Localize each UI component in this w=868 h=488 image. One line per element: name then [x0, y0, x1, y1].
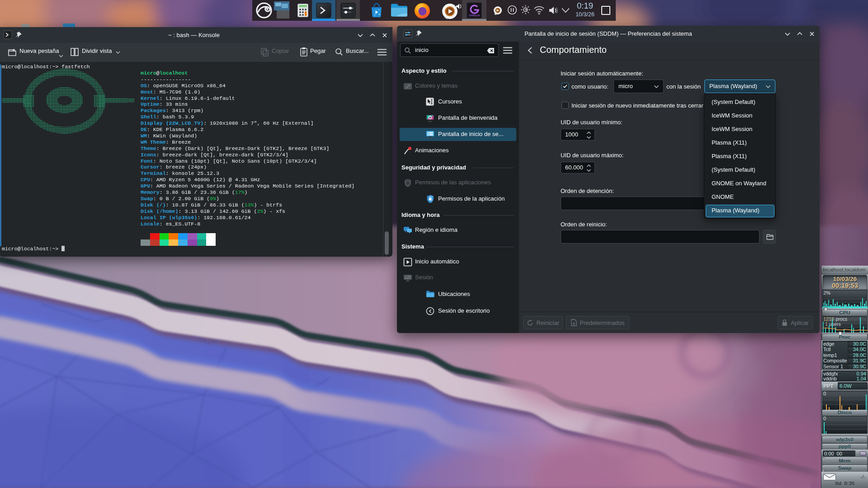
svg-text:GKRELLM: GKRELLM	[469, 14, 480, 17]
